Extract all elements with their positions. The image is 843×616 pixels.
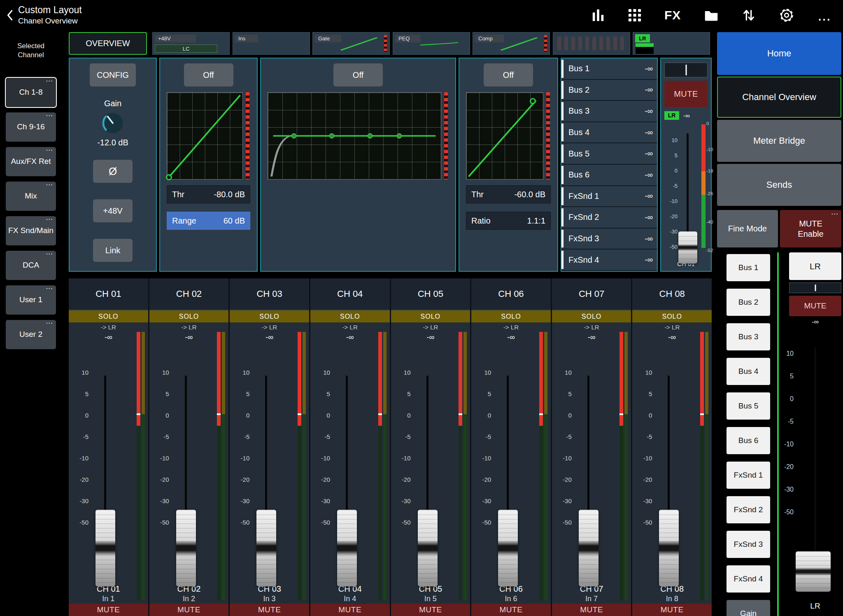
mute-button[interactable]: MUTE	[69, 604, 148, 616]
apps-grid-icon[interactable]	[628, 6, 641, 24]
gate-graph[interactable]	[167, 92, 243, 180]
bus-send-row[interactable]: FxSnd 4 -∞	[561, 250, 657, 271]
overview-tab[interactable]: OVERVIEW	[69, 32, 147, 55]
master-bus-select-button[interactable]: Bus 6	[727, 427, 770, 454]
solo-button[interactable]: SOLO	[471, 310, 551, 322]
fader-handle[interactable]	[337, 510, 357, 586]
channel-select-header[interactable]: CH 08	[632, 278, 712, 310]
solo-button[interactable]: SOLO	[149, 310, 229, 322]
meter-bridge-button[interactable]: Meter Bridge	[717, 120, 841, 162]
channel-select-header[interactable]: CH 01	[69, 278, 148, 310]
sidebar-bank-button[interactable]: ⋯ Aux/FX Ret	[6, 147, 56, 176]
bus-send-row[interactable]: Bus 2 -∞	[561, 80, 657, 101]
channel-select-header[interactable]: CH 02	[149, 278, 229, 310]
more-options-icon[interactable]: ...	[817, 6, 831, 24]
solo-button[interactable]: SOLO	[552, 310, 631, 322]
sidebar-bank-button[interactable]: ⋯ User 1	[6, 285, 56, 315]
bus-send-row[interactable]: Bus 3 -∞	[561, 101, 657, 122]
fine-mode-button[interactable]: Fine Mode	[717, 210, 778, 247]
solo-button[interactable]: SOLO	[632, 310, 712, 322]
channel-select-header[interactable]: CH 05	[391, 278, 470, 310]
main-lr-section-box[interactable]: LR	[633, 32, 710, 55]
gate-off-button[interactable]: Off	[184, 63, 233, 86]
bus-send-row[interactable]: Bus 4 -∞	[561, 122, 657, 144]
insert-section-box[interactable]: Ins	[233, 32, 310, 55]
master-lr-button[interactable]: LR	[789, 252, 841, 280]
solo-button[interactable]: SOLO	[310, 310, 390, 322]
comp-threshold-node[interactable]	[530, 98, 536, 104]
eq-band2-node[interactable]	[329, 133, 335, 139]
fader-handle[interactable]	[659, 510, 679, 586]
channel-select-header[interactable]: CH 04	[310, 278, 390, 310]
output-fader-handle[interactable]	[678, 231, 697, 264]
mute-button[interactable]: MUTE	[310, 604, 390, 616]
pan-slider[interactable]	[664, 63, 708, 77]
mute-button[interactable]: MUTE	[149, 604, 229, 616]
sidebar-bank-button[interactable]: ⋯ Mix	[6, 182, 56, 211]
master-bus-select-button[interactable]: FxSnd 3	[727, 531, 770, 558]
fader-handle[interactable]	[418, 510, 438, 586]
master-bus-select-button[interactable]: Bus 2	[727, 289, 770, 316]
meters-section-box[interactable]	[553, 32, 630, 55]
mute-enable-button[interactable]: ⋯ MUTE Enable	[780, 210, 841, 247]
channel-overview-button[interactable]: Channel Overview	[717, 77, 841, 118]
mute-button[interactable]: MUTE	[391, 604, 470, 616]
fader-handle[interactable]	[256, 510, 276, 586]
back-button[interactable]	[3, 6, 17, 24]
fader-handle[interactable]	[498, 510, 518, 586]
sidebar-bank-button[interactable]: ⋯ User 2	[6, 320, 56, 349]
sidebar-bank-button[interactable]: ⋯ Ch 9-16	[6, 112, 56, 142]
fader-handle[interactable]	[95, 510, 115, 586]
channel-mute-button[interactable]: MUTE	[664, 81, 708, 107]
config-button[interactable]: CONFIG	[90, 63, 136, 86]
solo-button[interactable]: SOLO	[69, 310, 148, 322]
phase-invert-button[interactable]: Ø	[93, 160, 133, 183]
sidebar-bank-button[interactable]: ⋯ DCA	[6, 251, 56, 280]
sends-button[interactable]: Sends	[717, 164, 841, 206]
fader-handle[interactable]	[176, 510, 196, 586]
eq-band3-node[interactable]	[367, 133, 373, 139]
meters-icon[interactable]	[591, 6, 605, 24]
bus-send-row[interactable]: FxSnd 2 -∞	[561, 207, 657, 229]
gate-threshold-node[interactable]	[166, 174, 172, 180]
channel-select-header[interactable]: CH 06	[471, 278, 551, 310]
bus-send-row[interactable]: FxSnd 3 -∞	[561, 229, 657, 250]
fx-button[interactable]: FX	[664, 6, 681, 24]
master-bus-select-button[interactable]: FxSnd 1	[727, 462, 770, 489]
channel-select-header[interactable]: CH 07	[552, 278, 631, 310]
master-fader-handle[interactable]	[796, 551, 831, 592]
eq-band4-node[interactable]	[397, 133, 402, 139]
master-mute-button[interactable]: MUTE	[789, 296, 841, 316]
channel-select-header[interactable]: CH 03	[230, 278, 309, 310]
master-bus-select-button[interactable]: Bus 3	[727, 323, 770, 350]
peq-section-box[interactable]: PEQ	[393, 32, 470, 55]
gain-knob[interactable]	[100, 111, 125, 135]
gate-range-row[interactable]: Range 60 dB	[167, 212, 250, 230]
sidebar-bank-button[interactable]: ⋯ FX Snd/Main	[6, 216, 56, 245]
master-pan-slider[interactable]	[789, 282, 841, 293]
sidebar-bank-button[interactable]: ⋯ Ch 1-8	[6, 78, 56, 107]
phantom-power-button[interactable]: +48V	[93, 199, 133, 222]
master-bus-select-button[interactable]: FxSnd 4	[727, 565, 770, 593]
scenes-folder-icon[interactable]	[704, 6, 719, 24]
comp-section-box[interactable]: Comp	[473, 32, 550, 55]
mute-button[interactable]: MUTE	[552, 604, 631, 616]
gain-button[interactable]: Gain	[727, 600, 770, 616]
comp-graph[interactable]	[466, 92, 543, 180]
fader-handle[interactable]	[579, 510, 598, 586]
mute-button[interactable]: MUTE	[230, 604, 309, 616]
eq-band1-node[interactable]	[291, 133, 297, 139]
bus-send-row[interactable]: Bus 1 -∞	[561, 58, 657, 80]
comp-off-button[interactable]: Off	[484, 63, 533, 86]
bus-send-row[interactable]: Bus 5 -∞	[561, 143, 657, 165]
master-bus-select-button[interactable]: Bus 5	[727, 392, 770, 420]
solo-button[interactable]: SOLO	[391, 310, 470, 322]
solo-button[interactable]: SOLO	[230, 310, 309, 322]
routing-icon[interactable]	[742, 6, 756, 24]
settings-gear-icon[interactable]	[779, 6, 794, 24]
input-section-box[interactable]: +48V LC	[152, 32, 230, 55]
bus-send-row[interactable]: Bus 6 -∞	[561, 165, 657, 186]
comp-threshold-row[interactable]: Thr -60.0 dB	[466, 185, 551, 203]
gate-threshold-row[interactable]: Thr -80.0 dB	[167, 185, 250, 203]
mute-button[interactable]: MUTE	[471, 604, 551, 616]
